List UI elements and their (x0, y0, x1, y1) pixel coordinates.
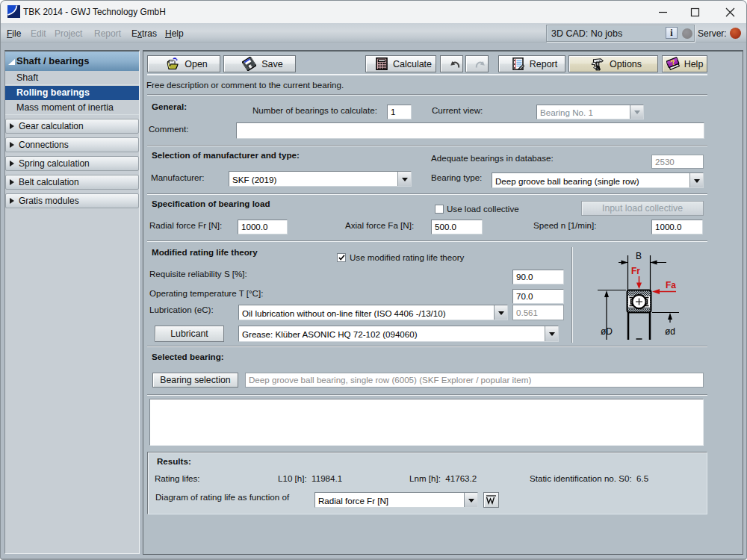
svg-text:ød: ød (665, 326, 675, 337)
svg-text:øD: øD (601, 326, 613, 337)
svg-text:Fa: Fa (666, 280, 676, 290)
svg-text:B: B (636, 251, 642, 261)
svg-text:Fr: Fr (631, 266, 640, 276)
